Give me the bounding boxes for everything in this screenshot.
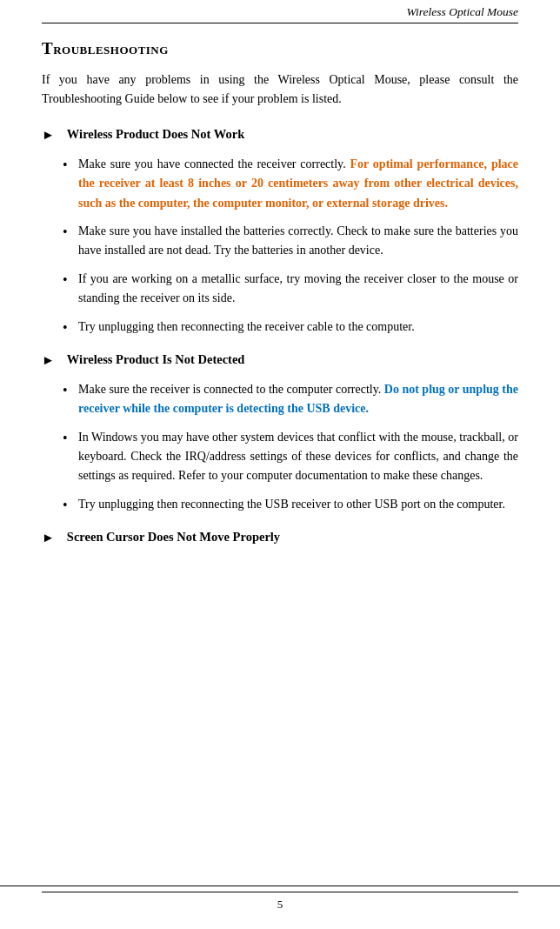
list-item: Make sure you have connected the receive…: [59, 155, 518, 213]
bullet-text-normal: Make sure the receiver is connected to t…: [78, 383, 384, 396]
subsection-heading-1: ► Wireless Product Does Not Work: [42, 127, 518, 143]
list-item: Make sure the receiver is connected to t…: [59, 380, 518, 419]
bullet-text-normal: Make sure you have connected the receive…: [78, 157, 350, 170]
intro-paragraph: If you have any problems in using the Wi…: [42, 70, 518, 110]
bullet-text-normal: Try unplugging then reconnecting the rec…: [78, 320, 415, 333]
list-item: In Windows you may have other system dev…: [59, 428, 518, 486]
bullet-text-normal: If you are working on a metallic surface…: [78, 272, 518, 304]
list-item: If you are working on a metallic surface…: [59, 270, 518, 309]
header-title: Wireless Optical Mouse: [407, 5, 518, 18]
page-number: 5: [277, 898, 283, 911]
page-footer: 5: [0, 886, 560, 912]
main-heading: Troubleshooting: [42, 39, 518, 58]
arrow-icon-3: ►: [42, 531, 55, 545]
subsection-heading-2: ► Wireless Product Is Not Detected: [42, 352, 518, 368]
list-item: Make sure you have installed the batteri…: [59, 222, 518, 261]
subsection-heading-3: ► Screen Cursor Does Not Move Properly: [42, 530, 518, 545]
bullet-list-2: Make sure the receiver is connected to t…: [42, 380, 518, 514]
arrow-icon-2: ►: [42, 353, 55, 368]
list-item: Try unplugging then reconnecting the USB…: [59, 495, 518, 514]
list-item: Try unplugging then reconnecting the rec…: [59, 317, 518, 337]
page-header: Wireless Optical Mouse: [42, 0, 518, 23]
arrow-icon-1: ►: [42, 128, 55, 143]
bullet-list-1: Make sure you have connected the receive…: [42, 155, 518, 337]
bullet-text-normal: In Windows you may have other system dev…: [78, 431, 518, 483]
bullet-text-normal: Try unplugging then reconnecting the USB…: [78, 498, 505, 511]
bullet-text-normal: Make sure you have installed the batteri…: [78, 224, 518, 257]
page-container: Wireless Optical Mouse Troubleshooting I…: [0, 0, 560, 929]
footer-divider: [42, 892, 518, 892]
